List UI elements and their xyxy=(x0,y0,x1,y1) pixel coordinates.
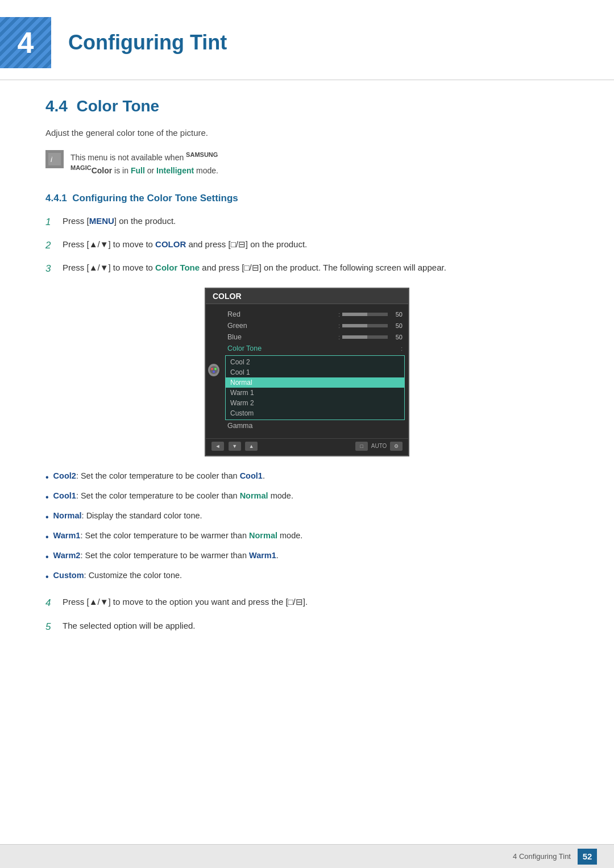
bullet-normal: • Normal: Display the standard color ton… xyxy=(45,510,569,524)
step-3: 3 Press [▲/▼] to move to Color Tone and … xyxy=(45,261,569,276)
osd-submenu-warm1: Warm 1 xyxy=(226,388,404,398)
osd-btn-settings: ⚙ xyxy=(390,442,403,451)
steps-list-2: 4 Press [▲/▼] to move to the option you … xyxy=(45,595,569,634)
step-5: 5 The selected option will be applied. xyxy=(45,619,569,634)
osd-submenu-warm2: Warm 2 xyxy=(226,398,404,408)
svg-point-5 xyxy=(213,371,215,373)
osd-item-gamma: Gamma xyxy=(225,420,405,431)
osd-btn-left: ◄ xyxy=(211,442,224,451)
bullet-list: • Cool2: Set the color temperature to be… xyxy=(45,470,569,584)
osd-item-color-tone: Color Tone : xyxy=(225,343,405,354)
steps-list: 1 Press [MENU] on the product. 2 Press [… xyxy=(45,214,569,277)
osd-auto-label: AUTO xyxy=(371,443,387,449)
osd-footer: ◄ ▼ ▲ □ AUTO ⚙ xyxy=(206,438,408,451)
page-footer: 4 Configuring Tint 52 xyxy=(0,844,614,868)
osd-footer-right: □ AUTO ⚙ xyxy=(354,441,404,451)
osd-container: COLOR Red xyxy=(45,288,569,456)
bullet-custom: • Custom: Customize the color tone. xyxy=(45,570,569,584)
note-box: i This menu is not available when SAMSUN… xyxy=(45,150,569,177)
osd-sidebar-icon xyxy=(208,364,219,376)
main-content: 4.4 Color Tone Adjust the general color … xyxy=(0,97,614,691)
osd-item-blue: Blue : 50 xyxy=(225,331,405,343)
note-text: This menu is not available when SAMSUNGM… xyxy=(70,150,218,177)
osd-submenu-cool2: Cool 2 xyxy=(226,357,404,367)
step-4: 4 Press [▲/▼] to move to the option you … xyxy=(45,595,569,610)
osd-submenu: Cool 2 Cool 1 Normal Warm 1 Warm 2 Custo… xyxy=(225,355,405,420)
osd-submenu-custom: Custom xyxy=(226,408,404,418)
osd-btn-up: ▲ xyxy=(245,442,258,451)
bullet-warm2: • Warm2: Set the color temperature to be… xyxy=(45,550,569,564)
osd-submenu-normal: Normal xyxy=(226,377,404,388)
color-label: Color xyxy=(92,166,113,175)
svg-point-4 xyxy=(214,368,217,370)
osd-header: COLOR xyxy=(206,289,408,304)
footer-text: 4 Configuring Tint xyxy=(513,852,571,861)
note-icon: i xyxy=(45,150,64,168)
osd-body: Red : 50 Green : 50 xyxy=(206,304,408,436)
osd-submenu-cool1: Cool 1 xyxy=(226,367,404,377)
osd-btn-down: ▼ xyxy=(229,442,241,451)
osd-screen: COLOR Red xyxy=(205,288,409,456)
osd-item-red: Red : 50 xyxy=(225,309,405,320)
section-heading: 4.4 Color Tone xyxy=(45,97,569,115)
bullet-cool2: • Cool2: Set the color temperature to be… xyxy=(45,470,569,484)
osd-btn-enter: □ xyxy=(355,442,368,451)
chapter-header: 4 Configuring Tint xyxy=(0,0,614,80)
osd-menu: Red : 50 Green : 50 xyxy=(222,308,408,433)
footer-page-number: 52 xyxy=(578,849,597,865)
osd-item-green: Green : 50 xyxy=(225,320,405,331)
chapter-number: 4 xyxy=(0,17,51,68)
section-description: Adjust the general color tone of the pic… xyxy=(45,127,569,140)
step-1: 1 Press [MENU] on the product. xyxy=(45,214,569,230)
osd-sidebar xyxy=(206,308,222,433)
bullet-cool1: • Cool1: Set the color temperature to be… xyxy=(45,490,569,504)
step-2: 2 Press [▲/▼] to move to COLOR and press… xyxy=(45,238,569,253)
subsection-heading: 4.4.1 Configuring the Color Tone Setting… xyxy=(45,193,569,204)
bullet-warm1: • Warm1: Set the color temperature to be… xyxy=(45,530,569,544)
chapter-title: Configuring Tint xyxy=(68,31,227,55)
intelligent-label: Intelligent xyxy=(156,166,194,175)
svg-point-3 xyxy=(211,368,213,370)
full-label: Full xyxy=(131,166,145,175)
osd-footer-left: ◄ ▼ ▲ xyxy=(210,441,259,451)
